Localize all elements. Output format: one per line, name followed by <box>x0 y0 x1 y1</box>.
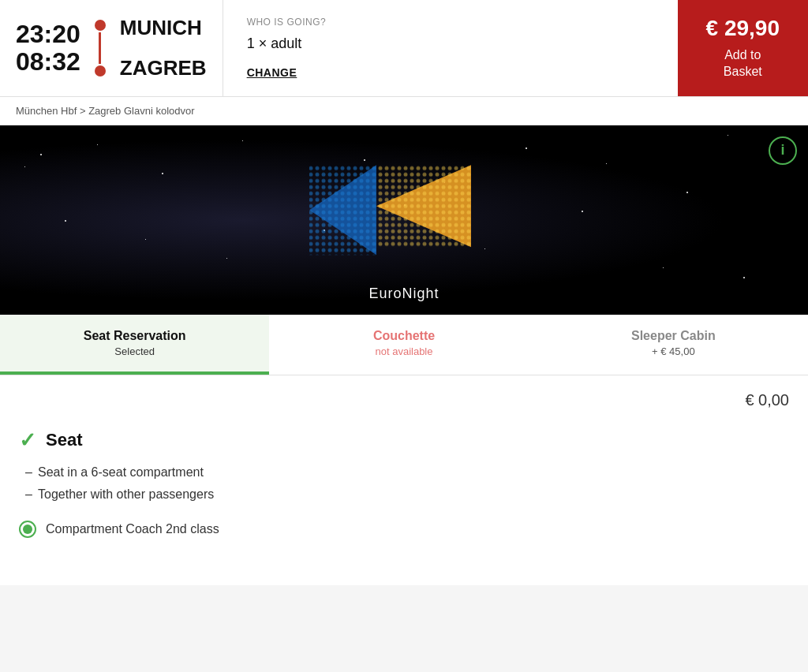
cities-column: MUNICH ZAGREB <box>120 17 207 80</box>
header: 23:20 08:32 MUNICH ZAGREB WHO IS GOING? … <box>0 0 808 97</box>
destination-dot <box>95 65 106 77</box>
accommodation-tabs: Seat Reservation Selected Couchette not … <box>0 315 808 375</box>
seat-price: € 0,00 <box>19 391 789 409</box>
time-column: 23:20 08:32 <box>16 21 80 76</box>
origin-dot <box>95 20 106 31</box>
seat-label: Seat <box>46 430 82 450</box>
seat-heading: ✓ Seat <box>19 428 789 453</box>
tab-sleeper-title: Sleeper Cabin <box>552 329 795 343</box>
seat-content: € 0,00 ✓ Seat Seat in a 6-seat compartme… <box>0 375 808 585</box>
radio-button[interactable] <box>19 521 36 538</box>
tab-sleeper-subtitle: + € 45,00 <box>552 345 795 357</box>
depart-time: 23:20 <box>16 21 80 48</box>
add-to-basket-panel[interactable]: € 29,90 Add to Basket <box>678 0 808 96</box>
tab-couchette-title: Couchette <box>282 329 526 343</box>
tab-seat-reservation[interactable]: Seat Reservation Selected <box>0 315 269 375</box>
journey-info: 23:20 08:32 MUNICH ZAGREB <box>0 0 223 96</box>
train-banner: EuroNight i <box>0 125 808 315</box>
route-segment <box>99 32 101 64</box>
passenger-count: 1 × adult <box>247 35 654 52</box>
info-button[interactable]: i <box>769 136 797 165</box>
seat-section: ✓ Seat Seat in a 6-seat compartment Toge… <box>19 428 789 538</box>
tab-seat-subtitle: Selected <box>13 345 256 357</box>
feature-item-1: Seat in a 6-seat compartment <box>25 465 789 480</box>
euronight-logo <box>301 159 507 264</box>
breadcrumb: München Hbf > Zagreb Glavni kolodvor <box>0 97 808 125</box>
tab-seat-title: Seat Reservation <box>13 329 256 343</box>
feature-list: Seat in a 6-seat compartment Together wi… <box>25 465 789 502</box>
destination-city: ZAGREB <box>120 57 207 80</box>
coach-option[interactable]: Compartment Coach 2nd class <box>19 521 789 538</box>
tab-couchette: Couchette not available <box>269 315 538 375</box>
feature-item-2: Together with other passengers <box>25 487 789 502</box>
coach-label: Compartment Coach 2nd class <box>46 522 219 536</box>
add-basket-label: Add to Basket <box>724 47 762 80</box>
basket-price: € 29,90 <box>706 16 780 41</box>
svg-rect-2 <box>376 165 471 247</box>
tab-sleeper[interactable]: Sleeper Cabin + € 45,00 <box>539 315 808 375</box>
banner-train-name: EuroNight <box>368 286 439 315</box>
check-icon: ✓ <box>19 428 36 453</box>
svg-rect-1 <box>309 165 376 255</box>
who-label: WHO IS GOING? <box>247 17 654 28</box>
passenger-section: WHO IS GOING? 1 × adult CHANGE <box>223 0 678 96</box>
change-button[interactable]: CHANGE <box>247 66 654 79</box>
arrive-time: 08:32 <box>16 48 80 76</box>
radio-selected-dot <box>23 525 32 534</box>
tab-couchette-subtitle: not available <box>282 345 526 357</box>
route-line <box>95 17 106 80</box>
origin-city: MUNICH <box>120 17 207 39</box>
